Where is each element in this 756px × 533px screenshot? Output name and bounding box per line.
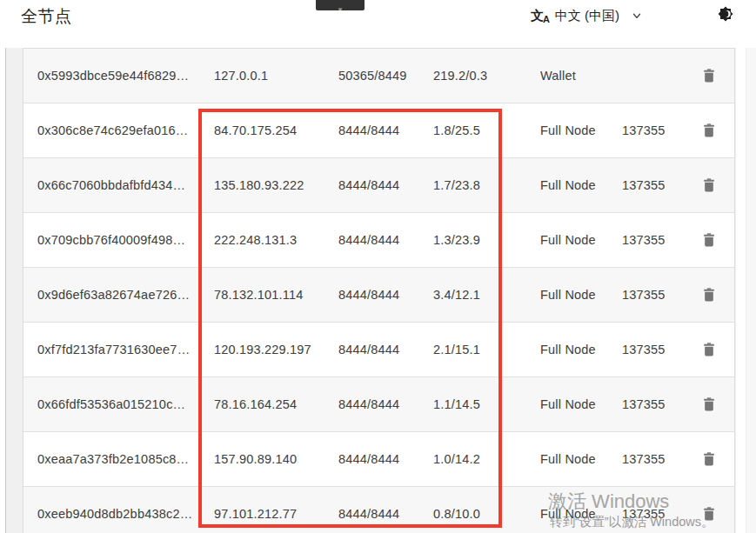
node-ports: 8444/8444 (338, 288, 433, 302)
delete-node-button[interactable] (697, 502, 721, 526)
node-type: Full Node (540, 507, 622, 521)
trash-icon (700, 457, 718, 470)
node-ports: 8444/8444 (338, 343, 433, 356)
trash-icon (700, 293, 718, 306)
node-height: 137355 (622, 123, 683, 137)
delete-node-button[interactable] (697, 173, 721, 197)
node-type: Wallet (540, 69, 622, 83)
dark-mode-toggle-button[interactable] (714, 4, 737, 27)
node-ip: 120.193.229.197 (214, 343, 338, 356)
node-ports: 50365/8449 (338, 69, 433, 83)
trash-icon (700, 512, 718, 525)
node-ports: 8444/8444 (338, 452, 433, 466)
scrollbar-track[interactable] (746, 48, 756, 533)
table-row: 0xeaa7a373fb2e1085c8… 157.90.89.140 8444… (23, 432, 734, 487)
node-address: 0x66c7060bbdafbfd434… (37, 178, 214, 192)
table-row: 0x66c7060bbdafbfd434… 135.180.93.222 844… (23, 158, 734, 213)
trash-icon (700, 238, 718, 251)
right-gutter (736, 48, 746, 533)
node-rate: 3.4/12.1 (433, 288, 540, 302)
node-type: Full Node (540, 233, 622, 247)
node-type: Full Node (540, 178, 622, 192)
left-divider (5, 48, 6, 533)
node-address: 0xeaa7a373fb2e1085c8… (37, 452, 214, 466)
table-row: 0x66fdf53536a015210c… 78.16.164.254 8444… (23, 377, 734, 432)
node-table: 0x5993dbce59e44f6829… 127.0.0.1 50365/84… (23, 48, 735, 533)
node-ip: 222.248.131.3 (214, 233, 338, 247)
language-selector[interactable]: 文A 中文 (中国) (531, 5, 643, 26)
node-ip: 157.90.89.140 (214, 452, 338, 466)
node-ip: 78.132.101.114 (214, 288, 338, 302)
scroll-top-tooltip[interactable]: ▾ (316, 0, 365, 10)
node-ip: 127.0.0.1 (214, 69, 338, 83)
node-ports: 8444/8444 (338, 123, 433, 137)
trash-icon (700, 183, 718, 197)
delete-node-button[interactable] (697, 283, 721, 307)
node-height: 137355 (622, 507, 683, 521)
arrow-icon: ▾ (338, 6, 343, 10)
node-rate: 1.1/14.5 (433, 397, 540, 411)
trash-icon (700, 74, 718, 87)
trash-icon (700, 129, 718, 142)
node-address: 0x306c8e74c629efa016… (37, 123, 214, 137)
delete-node-button[interactable] (697, 337, 721, 362)
node-address: 0x66fdf53536a015210c… (37, 397, 214, 411)
delete-node-button[interactable] (697, 228, 721, 252)
node-list-page: 全节点 文A 中文 (中国) ▾ 0x5993dbce59e44f682 (0, 0, 756, 533)
table-row: 0xeeb940d8db2bb438c2… 97.101.212.77 8444… (23, 487, 734, 533)
page-title: 全节点 (21, 5, 72, 28)
delete-node-button[interactable] (697, 392, 721, 416)
table-row: 0x5993dbce59e44f6829… 127.0.0.1 50365/84… (23, 49, 734, 103)
translate-icon: 文A (531, 8, 549, 24)
node-height: 137355 (622, 452, 683, 466)
node-type: Full Node (540, 123, 622, 137)
node-rate: 0.8/10.0 (433, 507, 540, 521)
node-height: 137355 (622, 397, 683, 411)
node-rate: 1.8/25.5 (433, 123, 540, 137)
node-ip: 84.70.175.254 (214, 123, 338, 137)
app-header: 全节点 文A 中文 (中国) (0, 0, 756, 48)
table-row: 0x9d6ef63a82674ae726… 78.132.101.114 844… (23, 268, 734, 323)
node-ports: 8444/8444 (338, 233, 433, 247)
table-row: 0x709cbb76f40009f498… 222.248.131.3 8444… (23, 213, 734, 268)
node-height: 137355 (622, 178, 683, 192)
delete-node-button[interactable] (697, 118, 721, 143)
chevron-down-icon (631, 10, 643, 22)
node-address: 0x5993dbce59e44f6829… (37, 69, 214, 83)
node-ip: 135.180.93.222 (214, 178, 338, 192)
node-ports: 8444/8444 (338, 178, 433, 192)
node-height: 137355 (622, 233, 683, 247)
node-ip: 78.16.164.254 (214, 397, 338, 411)
node-rate: 1.7/23.8 (433, 178, 540, 192)
brightness-moon-icon (715, 15, 736, 28)
node-rate: 2.1/15.1 (433, 343, 540, 356)
node-type: Full Node (540, 397, 622, 411)
table-row: 0x306c8e74c629efa016… 84.70.175.254 8444… (23, 103, 734, 158)
node-ip: 97.101.212.77 (214, 507, 338, 521)
node-type: Full Node (540, 288, 622, 302)
node-rate: 219.2/0.3 (433, 69, 540, 83)
node-address: 0xeeb940d8db2bb438c2… (37, 507, 214, 521)
language-label: 中文 (中国) (555, 8, 619, 24)
node-rate: 1.3/23.9 (433, 233, 540, 247)
node-height: 137355 (622, 343, 683, 356)
node-address: 0xf7fd213fa7731630ee7… (37, 343, 214, 356)
node-height: 137355 (622, 288, 683, 302)
node-type: Full Node (540, 343, 622, 356)
node-address: 0x9d6ef63a82674ae726… (37, 288, 214, 302)
trash-icon (700, 403, 718, 416)
table-row: 0xf7fd213fa7731630ee7… 120.193.229.197 8… (23, 323, 734, 377)
node-ports: 8444/8444 (338, 507, 433, 521)
node-type: Full Node (540, 452, 622, 466)
node-rate: 1.0/14.2 (433, 452, 540, 466)
delete-node-button[interactable] (697, 447, 721, 471)
node-ports: 8444/8444 (338, 397, 433, 411)
node-address: 0x709cbb76f40009f498… (37, 233, 214, 247)
trash-icon (700, 348, 718, 361)
delete-node-button[interactable] (697, 63, 721, 88)
